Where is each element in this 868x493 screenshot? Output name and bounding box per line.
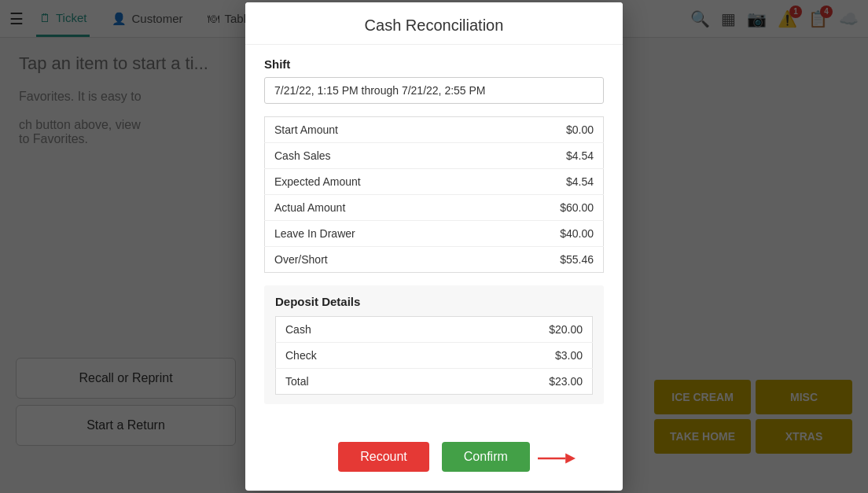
deposit-section: Deposit Details Cash$20.00Check$3.00Tota… — [264, 285, 604, 404]
deposit-table: Cash$20.00Check$3.00Total$23.00 — [275, 316, 593, 395]
row-value: $4.54 — [491, 143, 604, 169]
shift-range: 7/21/22, 1:15 PM through 7/21/22, 2:55 P… — [264, 77, 604, 104]
row-label: Total — [276, 369, 431, 395]
row-label: Cash — [276, 317, 431, 343]
cash-reconciliation-modal: Cash Reconciliation Shift 7/21/22, 1:15 … — [245, 2, 623, 491]
modal-header: Cash Reconciliation — [245, 2, 623, 45]
table-row: Start Amount$0.00 — [265, 117, 604, 143]
row-value: $0.00 — [491, 117, 604, 143]
row-label: Leave In Drawer — [265, 221, 491, 247]
row-value: $55.46 — [491, 247, 604, 273]
row-label: Over/Short — [265, 247, 491, 273]
svg-marker-1 — [565, 454, 576, 464]
table-row: Actual Amount$60.00 — [265, 195, 604, 221]
table-row: Leave In Drawer$40.00 — [265, 221, 604, 247]
table-row: Cash$20.00 — [276, 317, 593, 343]
row-value: $40.00 — [491, 221, 604, 247]
row-value: $3.00 — [430, 343, 592, 369]
shift-label: Shift — [264, 57, 604, 71]
row-label: Actual Amount — [265, 195, 491, 221]
confirm-button[interactable]: Confirm — [442, 442, 530, 472]
row-label: Expected Amount — [265, 169, 491, 195]
reconciliation-table: Start Amount$0.00Cash Sales$4.54Expected… — [264, 116, 604, 273]
table-row: Check$3.00 — [276, 343, 593, 369]
deposit-label: Deposit Details — [275, 295, 593, 308]
table-row: Expected Amount$4.54 — [265, 169, 604, 195]
recount-button[interactable]: Recount — [338, 442, 429, 472]
modal-overlay: Cash Reconciliation Shift 7/21/22, 1:15 … — [0, 0, 868, 493]
row-value: $20.00 — [430, 317, 592, 343]
row-label: Check — [276, 343, 431, 369]
table-row: Total$23.00 — [276, 369, 593, 395]
modal-footer: Recount Confirm — [245, 429, 623, 491]
table-row: Over/Short$55.46 — [265, 247, 604, 273]
arrow-indicator — [538, 449, 576, 471]
row-label: Start Amount — [265, 117, 491, 143]
row-label: Cash Sales — [265, 143, 491, 169]
modal-body: Shift 7/21/22, 1:15 PM through 7/21/22, … — [245, 45, 623, 429]
table-row: Cash Sales$4.54 — [265, 143, 604, 169]
row-value: $4.54 — [491, 169, 604, 195]
shift-section: Shift 7/21/22, 1:15 PM through 7/21/22, … — [264, 57, 604, 104]
row-value: $23.00 — [430, 369, 592, 395]
row-value: $60.00 — [491, 195, 604, 221]
modal-title: Cash Reconciliation — [365, 17, 504, 34]
